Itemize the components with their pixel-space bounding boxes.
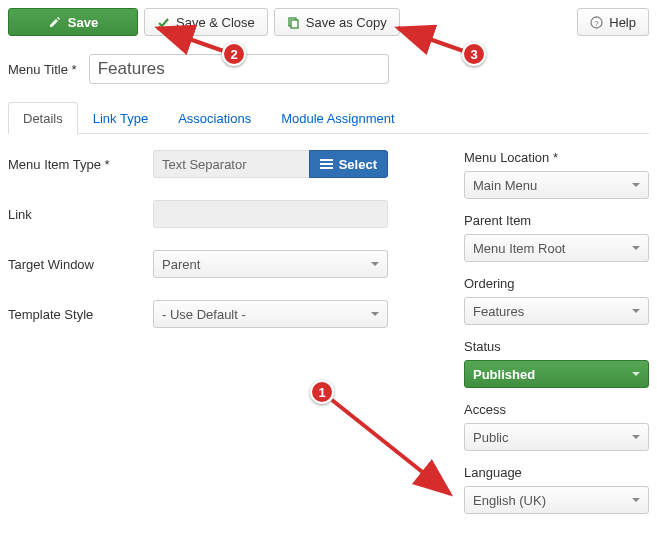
- save-close-label: Save & Close: [176, 15, 255, 30]
- svg-rect-1: [291, 20, 298, 28]
- menu-location-label: Menu Location *: [464, 150, 649, 165]
- link-label: Link: [8, 207, 153, 222]
- menu-item-type-value: Text Separator: [153, 150, 309, 178]
- title-row: Menu Title *: [8, 54, 649, 84]
- parent-item-label: Parent Item: [464, 213, 649, 228]
- language-select[interactable]: English (UK): [464, 486, 649, 514]
- target-window-select[interactable]: Parent: [153, 250, 388, 278]
- question-icon: ?: [590, 16, 603, 29]
- ordering-select[interactable]: Features: [464, 297, 649, 325]
- select-button-label: Select: [339, 157, 377, 172]
- language-label: Language: [464, 465, 649, 480]
- menu-item-type-label: Menu Item Type *: [8, 157, 153, 172]
- status-label: Status: [464, 339, 649, 354]
- tabs: Details Link Type Associations Module As…: [8, 102, 649, 134]
- save-copy-label: Save as Copy: [306, 15, 387, 30]
- right-column: Menu Location * Main Menu Parent Item Me…: [464, 150, 649, 514]
- help-label: Help: [609, 15, 636, 30]
- link-value: [153, 200, 388, 228]
- menu-location-select[interactable]: Main Menu: [464, 171, 649, 199]
- tab-details[interactable]: Details: [8, 102, 78, 134]
- form-area: Menu Item Type * Text Separator Select L…: [8, 150, 649, 514]
- parent-item-select[interactable]: Menu Item Root: [464, 234, 649, 262]
- menu-title-input[interactable]: [89, 54, 389, 84]
- svg-rect-4: [320, 159, 333, 161]
- target-window-label: Target Window: [8, 257, 153, 272]
- access-label: Access: [464, 402, 649, 417]
- tab-module-assignment[interactable]: Module Assignment: [266, 102, 409, 134]
- ordering-label: Ordering: [464, 276, 649, 291]
- svg-rect-5: [320, 163, 333, 165]
- tab-link-type[interactable]: Link Type: [78, 102, 163, 134]
- toolbar: Save Save & Close Save as Copy ? Help: [8, 8, 649, 36]
- menu-item-type-row: Text Separator Select: [153, 150, 388, 178]
- save-close-button[interactable]: Save & Close: [144, 8, 268, 36]
- template-style-select[interactable]: - Use Default -: [153, 300, 388, 328]
- list-icon: [320, 159, 333, 170]
- svg-text:?: ?: [595, 18, 600, 27]
- tab-associations[interactable]: Associations: [163, 102, 266, 134]
- access-select[interactable]: Public: [464, 423, 649, 451]
- save-button[interactable]: Save: [8, 8, 138, 36]
- svg-rect-6: [320, 167, 333, 169]
- status-select[interactable]: Published: [464, 360, 649, 388]
- save-label: Save: [68, 15, 98, 30]
- copy-icon: [287, 16, 300, 29]
- menu-title-label: Menu Title *: [8, 62, 77, 77]
- help-button[interactable]: ? Help: [577, 8, 649, 36]
- left-column: Menu Item Type * Text Separator Select L…: [8, 150, 444, 514]
- check-icon: [157, 16, 170, 29]
- save-copy-button[interactable]: Save as Copy: [274, 8, 400, 36]
- template-style-label: Template Style: [8, 307, 153, 322]
- menu-item-type-select-button[interactable]: Select: [309, 150, 388, 178]
- pencil-icon: [48, 15, 62, 29]
